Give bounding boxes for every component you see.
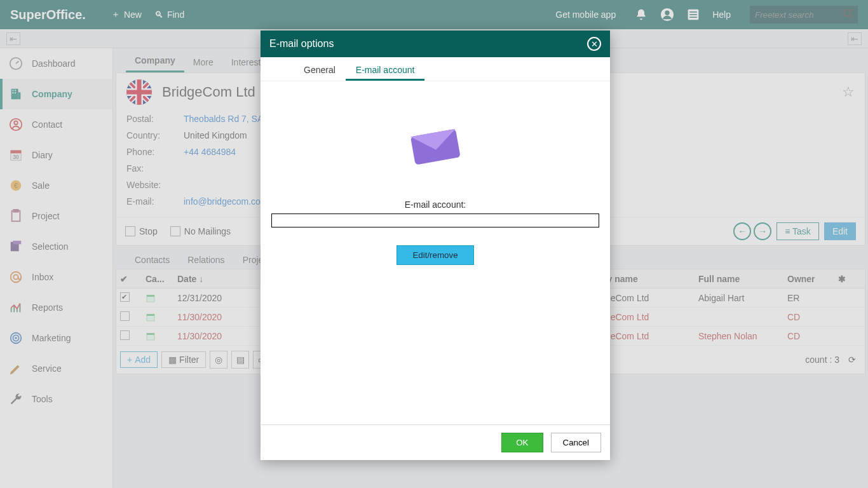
email-account-label: E-mail account: bbox=[405, 200, 466, 210]
close-icon[interactable]: ✕ bbox=[587, 37, 601, 51]
modal-title: E-mail options bbox=[269, 38, 334, 50]
ok-button[interactable]: OK bbox=[501, 433, 543, 452]
modal-body: E-mail account: Edit/remove bbox=[261, 81, 610, 424]
email-options-dialog: E-mail options ✕ General E-mail account … bbox=[261, 30, 610, 460]
modal-header: E-mail options ✕ bbox=[261, 30, 610, 57]
email-account-input[interactable] bbox=[271, 214, 599, 227]
modal-footer: OK Cancel bbox=[261, 424, 610, 460]
modal-tabs: General E-mail account bbox=[261, 57, 610, 81]
envelope-icon bbox=[407, 126, 464, 168]
tab-general[interactable]: General bbox=[294, 61, 346, 81]
tab-email-account[interactable]: E-mail account bbox=[346, 61, 425, 81]
edit-remove-button[interactable]: Edit/remove bbox=[397, 245, 473, 265]
cancel-button[interactable]: Cancel bbox=[551, 433, 602, 452]
